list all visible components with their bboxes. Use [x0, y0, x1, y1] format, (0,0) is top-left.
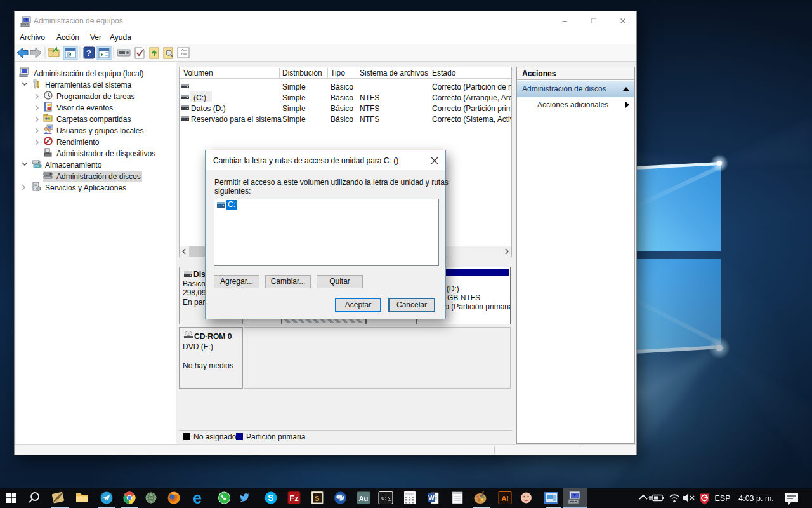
- svg-text:S: S: [315, 495, 319, 502]
- svg-text:Au: Au: [359, 495, 369, 502]
- svg-text:Fz: Fz: [289, 493, 299, 503]
- svg-text:W: W: [428, 495, 435, 502]
- svg-text:?: ?: [86, 48, 91, 58]
- svg-text:4:03 p. m.: 4:03 p. m.: [738, 494, 774, 503]
- svg-text:ESP: ESP: [714, 494, 730, 503]
- svg-text:S: S: [268, 493, 273, 503]
- svg-text:Ai: Ai: [502, 495, 509, 502]
- svg-text:e: e: [193, 489, 202, 507]
